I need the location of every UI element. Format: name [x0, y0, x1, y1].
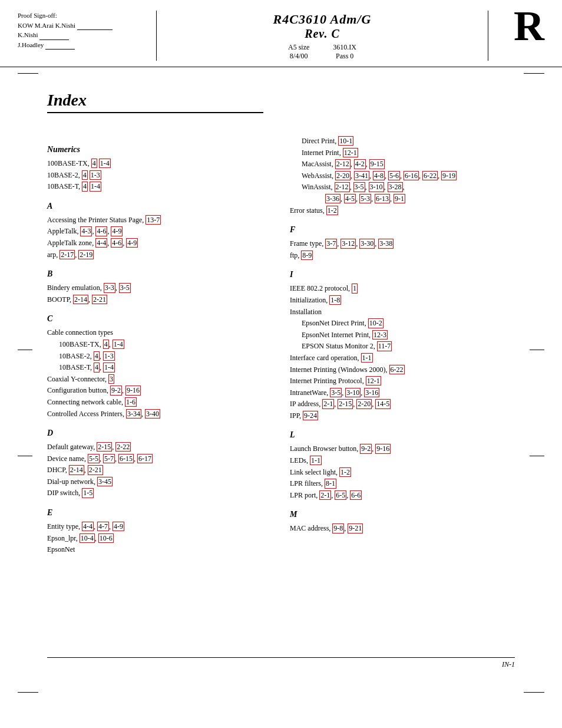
- ref[interactable]: 4-9: [111, 226, 123, 236]
- ref[interactable]: 9-2: [110, 386, 122, 395]
- ref[interactable]: 14-5: [375, 399, 391, 409]
- ref[interactable]: 10-1: [338, 136, 353, 146]
- ref[interactable]: 5-3: [359, 194, 371, 203]
- ref[interactable]: 3-38: [378, 239, 394, 248]
- ref[interactable]: 2-14: [69, 465, 84, 475]
- ref[interactable]: 3-34: [126, 409, 141, 419]
- ref[interactable]: 12-1: [366, 376, 381, 386]
- ref[interactable]: 4-5: [344, 194, 356, 203]
- ref[interactable]: 2-15: [97, 442, 112, 452]
- ref[interactable]: 4-4: [95, 238, 107, 248]
- ref[interactable]: 3-7: [325, 239, 337, 248]
- ref[interactable]: 3-41: [354, 171, 369, 180]
- ref[interactable]: 6-22: [422, 171, 438, 180]
- ref[interactable]: 2-15: [338, 399, 353, 409]
- ref[interactable]: 6-22: [389, 365, 405, 374]
- ref[interactable]: 3-10: [345, 388, 361, 397]
- ref[interactable]: 9-19: [441, 171, 457, 180]
- ref[interactable]: 2-21: [88, 465, 103, 475]
- ref[interactable]: 4-8: [373, 171, 385, 180]
- ref[interactable]: 1-1: [310, 456, 322, 465]
- ref[interactable]: 4-6: [95, 226, 107, 236]
- ref[interactable]: 3-10: [369, 182, 384, 192]
- ref[interactable]: 8-9: [301, 251, 313, 260]
- margin-mark-right-top: [524, 73, 544, 74]
- ref[interactable]: 2-19: [78, 250, 94, 259]
- ref[interactable]: 1-4: [90, 182, 101, 191]
- ref[interactable]: 11-7: [377, 341, 392, 351]
- ref[interactable]: 5-7: [103, 454, 115, 463]
- ref[interactable]: 13-7: [146, 215, 161, 225]
- ref[interactable]: 9-16: [375, 444, 391, 453]
- ref[interactable]: 9-15: [369, 159, 385, 169]
- ref[interactable]: 1-2: [339, 467, 351, 477]
- ref[interactable]: 2-17: [59, 250, 75, 259]
- ref[interactable]: 1-3: [103, 351, 115, 361]
- ref[interactable]: 9-16: [125, 386, 141, 395]
- ref[interactable]: 2-1: [322, 399, 334, 409]
- ref[interactable]: 6-17: [137, 454, 153, 463]
- ref[interactable]: 8-1: [325, 479, 336, 488]
- ref[interactable]: 3-5: [353, 182, 365, 192]
- ref[interactable]: 4-3: [80, 226, 92, 236]
- ref[interactable]: 4: [94, 351, 100, 361]
- ref[interactable]: 1-4: [113, 340, 124, 349]
- ref[interactable]: 4-2: [354, 159, 366, 169]
- ref[interactable]: 9-1: [394, 194, 405, 203]
- ref[interactable]: 5-6: [388, 171, 400, 180]
- ref[interactable]: 12-1: [343, 148, 358, 157]
- ref[interactable]: 1: [352, 284, 358, 293]
- ref[interactable]: 2-21: [92, 295, 107, 304]
- ref[interactable]: 6-13: [375, 194, 390, 203]
- ref[interactable]: 4-6: [111, 238, 123, 248]
- ref[interactable]: 4: [82, 182, 88, 191]
- ref[interactable]: 2-14: [73, 295, 88, 304]
- ref[interactable]: 6-6: [350, 490, 362, 500]
- ref[interactable]: 3-45: [97, 477, 113, 486]
- ref[interactable]: 1-6: [125, 397, 137, 407]
- ref[interactable]: 1-2: [326, 206, 338, 215]
- ref[interactable]: 6-16: [404, 171, 419, 180]
- ref[interactable]: 9-8: [332, 523, 344, 533]
- ref[interactable]: 2-20: [335, 171, 351, 180]
- ref[interactable]: 2-22: [115, 442, 131, 452]
- ref[interactable]: 12-3: [372, 330, 388, 340]
- ref[interactable]: 2-12: [335, 182, 350, 192]
- ref[interactable]: 10-2: [368, 318, 384, 328]
- ref[interactable]: 10-6: [98, 533, 114, 543]
- ref[interactable]: 3-3: [104, 283, 115, 292]
- ref[interactable]: 3-36: [325, 194, 340, 203]
- ref[interactable]: 10-4: [80, 533, 95, 543]
- ref[interactable]: 4-4: [82, 522, 94, 531]
- ref[interactable]: 6-15: [118, 454, 134, 463]
- ref[interactable]: 3: [108, 374, 114, 384]
- ref[interactable]: 4-7: [97, 522, 109, 531]
- ref[interactable]: 6-5: [335, 490, 346, 500]
- ref[interactable]: 5-5: [88, 454, 100, 463]
- ref[interactable]: 2-1: [319, 490, 331, 500]
- ref[interactable]: 3-30: [359, 239, 375, 248]
- ref[interactable]: 3-12: [340, 239, 356, 248]
- ref[interactable]: 2-12: [335, 159, 351, 169]
- ref[interactable]: 4-9: [113, 522, 124, 531]
- ref[interactable]: 2-20: [356, 399, 372, 409]
- ref[interactable]: 1-5: [82, 488, 94, 498]
- ref[interactable]: 4: [103, 340, 109, 349]
- ref[interactable]: 3-5: [330, 388, 342, 397]
- ref[interactable]: 1-4: [103, 363, 115, 372]
- ref[interactable]: 3-16: [364, 388, 379, 397]
- ref[interactable]: 9-24: [303, 411, 318, 420]
- ref[interactable]: 3-28: [388, 182, 403, 192]
- ref[interactable]: 4-9: [126, 238, 138, 248]
- ref[interactable]: 1-3: [90, 170, 101, 180]
- ref[interactable]: 1-8: [329, 295, 341, 305]
- ref[interactable]: 3-5: [119, 283, 131, 292]
- ref[interactable]: 4: [94, 363, 100, 372]
- ref[interactable]: 1-4: [99, 159, 111, 168]
- ref[interactable]: 9-21: [348, 523, 363, 533]
- ref[interactable]: 4: [82, 170, 88, 180]
- ref[interactable]: 1-1: [361, 353, 373, 363]
- ref[interactable]: 9-2: [360, 444, 372, 453]
- ref[interactable]: 3-40: [145, 409, 160, 419]
- ref[interactable]: 4: [91, 159, 97, 168]
